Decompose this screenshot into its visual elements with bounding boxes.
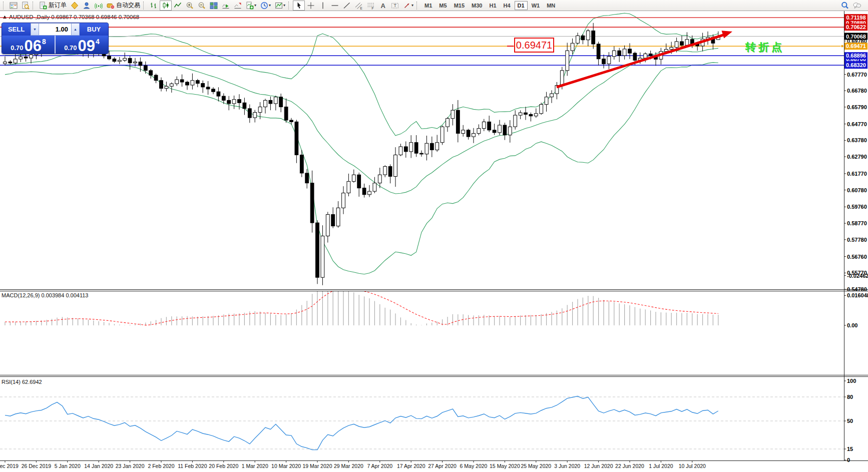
channel-button[interactable]: E xyxy=(353,1,365,11)
chart-title: AUDUSD-,Daily 0.69867 0.70368 0.69846 0.… xyxy=(3,14,139,20)
svg-text:1 Mar 2020: 1 Mar 2020 xyxy=(242,463,268,469)
cursor-icon xyxy=(295,2,303,10)
new-order-button[interactable]: 新订单 xyxy=(37,1,69,11)
chart-line-button[interactable] xyxy=(172,1,184,11)
timeframe-m15-button[interactable]: M15 xyxy=(451,1,468,10)
svg-text:0: 0 xyxy=(847,457,850,463)
svg-text:80: 80 xyxy=(847,394,853,400)
chat-icon xyxy=(853,2,861,10)
text-button[interactable]: A xyxy=(377,1,389,11)
indicators-button[interactable]: ▾ xyxy=(244,1,258,11)
svg-text:15: 15 xyxy=(847,446,853,452)
svg-text:0.58770: 0.58770 xyxy=(847,220,867,226)
crosshair-button[interactable] xyxy=(305,1,317,11)
text-label-button[interactable]: T xyxy=(389,1,401,11)
bollinger-upper-band xyxy=(5,13,718,135)
zoom-out-button[interactable] xyxy=(196,1,208,11)
timeframe-h1-button[interactable]: H1 xyxy=(486,1,499,10)
svg-text:100: 100 xyxy=(847,378,856,384)
rsi-line xyxy=(5,396,718,450)
community-button[interactable] xyxy=(81,1,93,11)
search-button[interactable] xyxy=(839,1,851,11)
timeframe-m1-button[interactable]: M1 xyxy=(421,1,435,10)
arrows-button[interactable]: ▾ xyxy=(401,1,415,11)
svg-text:0.69471: 0.69471 xyxy=(846,43,866,49)
svg-text:0.016048: 0.016048 xyxy=(847,292,868,298)
autotrading-button[interactable]: 自动交易 xyxy=(105,1,142,11)
toolbar-grip xyxy=(33,2,35,10)
pane-separator[interactable] xyxy=(0,290,868,461)
volume-decrease-button[interactable]: ▼ xyxy=(31,23,39,36)
svg-text:0.54780: 0.54780 xyxy=(847,286,867,292)
svg-text:0.57780: 0.57780 xyxy=(847,237,867,243)
chart-area[interactable]: AUDUSD-,Daily 0.69867 0.70368 0.69846 0.… xyxy=(0,11,868,472)
fibonacci-button[interactable]: F xyxy=(365,1,377,11)
community-icon xyxy=(83,2,91,10)
svg-text:0.70622: 0.70622 xyxy=(846,24,866,30)
svg-text:14 Jan 2020: 14 Jan 2020 xyxy=(84,463,113,469)
horizontal-line-button[interactable] xyxy=(329,1,341,11)
timeframe-h4-button[interactable]: H4 xyxy=(501,1,514,10)
chart-candles-icon xyxy=(162,2,170,10)
autotrading-icon xyxy=(107,2,115,10)
candlestick-series xyxy=(4,23,720,285)
zoom-in-icon xyxy=(186,2,194,10)
sell-price-big: 06 xyxy=(25,39,42,54)
price-axis[interactable]: 0.697800.677700.667800.657900.647700.637… xyxy=(841,14,868,463)
macd-indicator xyxy=(5,279,718,325)
timeframe-w1-button[interactable]: W1 xyxy=(529,1,543,10)
svg-text:22 Jun 2020: 22 Jun 2020 xyxy=(615,463,644,469)
timeframe-d1-button[interactable]: D1 xyxy=(515,1,528,10)
vertical-line-button[interactable] xyxy=(317,1,329,11)
sell-button[interactable]: SELL xyxy=(2,23,31,36)
time-axis[interactable]: 7 Dec 201926 Dec 20195 Jan 202014 Jan 20… xyxy=(0,460,706,469)
tile-windows-icon xyxy=(210,2,218,10)
rsi-indicator xyxy=(0,396,844,450)
periods-button[interactable]: ▾ xyxy=(258,1,273,11)
templates-icon xyxy=(275,2,283,10)
buy-price-button[interactable]: 0.70 09 4 xyxy=(56,36,108,54)
chart-bars-button[interactable] xyxy=(148,1,160,11)
text-icon: A xyxy=(379,2,387,10)
text-label-icon: T xyxy=(391,2,399,10)
svg-text:0.59760: 0.59760 xyxy=(847,204,867,210)
chart-candles-button[interactable] xyxy=(160,1,172,11)
rsi-label: RSI(14) 62.6942 xyxy=(2,379,42,385)
svg-text:A: A xyxy=(381,2,386,9)
spin-down-icon: ▼ xyxy=(33,28,37,31)
chart-bars-icon xyxy=(150,2,158,10)
templates-button[interactable]: ▾ xyxy=(273,1,287,11)
sell-price-button[interactable]: 0.70 06 8 xyxy=(2,36,55,54)
cursor-button[interactable] xyxy=(293,1,305,11)
market-watch-button[interactable] xyxy=(8,1,20,11)
sell-price-sup: 8 xyxy=(42,38,46,46)
svg-text:10 Mar 2020: 10 Mar 2020 xyxy=(271,463,301,469)
horizontal-line-icon xyxy=(331,2,339,10)
chart-shift-icon xyxy=(234,2,242,10)
volume-input[interactable]: 1.00 xyxy=(39,23,71,36)
svg-text:11 Feb 2020: 11 Feb 2020 xyxy=(178,463,207,469)
chart-shift-button[interactable] xyxy=(232,1,244,11)
buy-button[interactable]: BUY xyxy=(80,23,108,36)
turning-point-label[interactable]: 转折点转折点 xyxy=(745,41,785,54)
tile-windows-button[interactable] xyxy=(208,1,220,11)
timeframe-m30-button[interactable]: M30 xyxy=(469,1,485,10)
arrows-icon xyxy=(403,2,411,10)
svg-text:7 Apr 2020: 7 Apr 2020 xyxy=(367,463,392,469)
buy-price-sup: 4 xyxy=(96,38,100,46)
metaeditor-button[interactable] xyxy=(69,1,81,11)
signal-button[interactable] xyxy=(93,1,105,11)
chat-button[interactable] xyxy=(851,1,863,11)
data-window-button[interactable] xyxy=(20,1,32,11)
toolbar-grip xyxy=(416,2,419,10)
periods-icon xyxy=(260,2,268,10)
zoom-in-button[interactable] xyxy=(184,1,196,11)
timeframe-m5-button[interactable]: M5 xyxy=(436,1,450,10)
price-flag-annotation[interactable]: 0.69471 xyxy=(507,38,554,52)
timeframe-mn-button[interactable]: MN xyxy=(544,1,558,10)
trendline-button[interactable] xyxy=(341,1,353,11)
volume-increase-button[interactable]: ▲ xyxy=(71,23,80,36)
terminal-window: 新订单自动交易▾▾▾EFAT▾M1M5M15M30H1H4D1W1MN AUDU… xyxy=(0,0,868,472)
auto-scroll-button[interactable] xyxy=(220,1,232,11)
toolbar-grip xyxy=(143,2,146,10)
